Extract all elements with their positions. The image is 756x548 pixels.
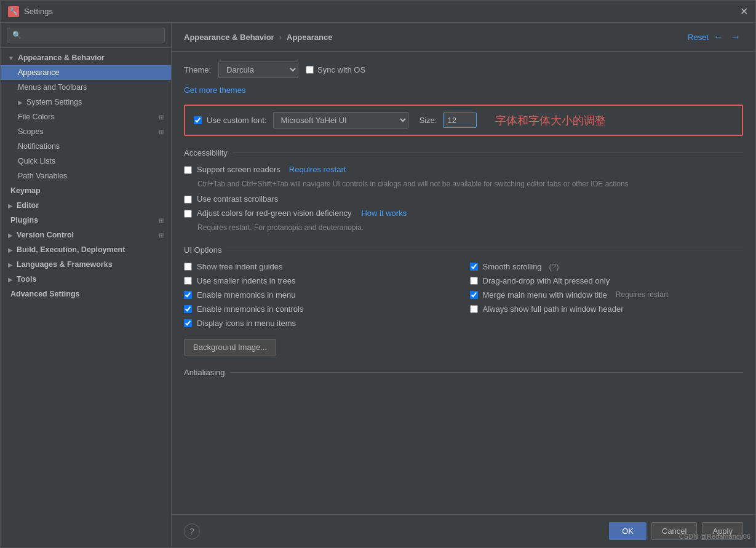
sidebar-item-editor[interactable]: ▶ Editor — [1, 198, 171, 213]
contrast-scrollbars-label: Use contrast scrollbars — [197, 194, 278, 204]
sidebar-item-version-control[interactable]: ▶ Version Control ⊞ — [1, 228, 171, 242]
file-colors-icon: ⊞ — [159, 114, 164, 121]
expand-arrow-vc-icon: ▶ — [8, 232, 13, 239]
show-indent-guides-label: Show tree indent guides — [197, 262, 282, 271]
ui-options-section: UI Options Show tree indent guides Use s… — [184, 245, 743, 355]
custom-font-label[interactable]: Use custom font: — [194, 116, 267, 125]
app-icon: 🔧 — [8, 6, 19, 17]
sync-os-checkbox[interactable] — [306, 66, 314, 74]
display-icons-label: Display icons in menu items — [197, 319, 296, 328]
close-button[interactable]: ✕ — [740, 6, 748, 17]
breadcrumb-separator: › — [279, 33, 282, 42]
drag-drop-checkbox[interactable] — [470, 277, 478, 285]
expand-arrow-system-icon: ▶ — [18, 99, 23, 106]
enable-mnemonics-menu-label: Enable mnemonics in menu — [197, 290, 295, 300]
vc-icon: ⊞ — [159, 232, 164, 239]
enable-mnemonics-controls-row: Enable mnemonics in controls — [184, 304, 458, 314]
drag-drop-label: Drag-and-drop with Alt pressed only — [483, 276, 610, 285]
settings-content: Theme: Darcula IntelliJ Light High Contr… — [172, 52, 755, 514]
breadcrumb-nav: Reset ← → — [688, 30, 743, 44]
expand-arrow-tools-icon: ▶ — [8, 276, 13, 283]
window-title: Settings — [24, 7, 740, 16]
forward-button[interactable]: → — [728, 30, 743, 44]
always-show-path-row: Always show full path in window header — [470, 304, 744, 314]
show-indent-guides-checkbox[interactable] — [184, 263, 192, 271]
watermark: CSDN @Redamancy06 — [679, 533, 750, 540]
sync-os-label[interactable]: Sync with OS — [306, 65, 365, 74]
sidebar-item-appearance[interactable]: Appearance — [1, 65, 171, 80]
sidebar-item-path-variables[interactable]: Path Variables — [1, 169, 171, 183]
size-label: Size: — [420, 116, 437, 125]
sidebar-item-menus-toolbars[interactable]: Menus and Toolbars — [1, 80, 171, 95]
help-button[interactable]: ? — [184, 523, 200, 539]
sidebar-item-notifications[interactable]: Notifications — [1, 139, 171, 154]
always-show-path-checkbox[interactable] — [470, 305, 478, 313]
reset-button[interactable]: Reset — [688, 30, 709, 44]
merge-main-menu-row: Merge main menu with window title Requir… — [470, 290, 744, 300]
expand-arrow-lang-icon: ▶ — [8, 261, 13, 268]
bottom-bar: ? OK Cancel Apply — [172, 514, 755, 547]
sidebar-item-file-colors[interactable]: File Colors ⊞ — [1, 109, 171, 124]
sidebar-item-system-settings[interactable]: ▶ System Settings — [1, 95, 171, 109]
sidebar-item-appearance-behavior[interactable]: ▼ Appearance & Behavior — [1, 50, 171, 65]
back-button[interactable]: ← — [711, 30, 726, 44]
custom-font-box: Use custom font: Microsoft YaHei UI Aria… — [184, 105, 743, 136]
ui-options-grid: Show tree indent guides Use smaller inde… — [184, 262, 743, 333]
sidebar-item-keymap[interactable]: Keymap — [1, 183, 171, 198]
plugins-icon: ⊞ — [159, 217, 164, 224]
sidebar-item-tools[interactable]: ▶ Tools — [1, 272, 171, 287]
always-show-path-label: Always show full path in window header — [483, 304, 624, 314]
color-deficiency-note: Requires restart. For protanopia and deu… — [184, 223, 743, 233]
sidebar-item-scopes[interactable]: Scopes ⊞ — [1, 124, 171, 139]
contrast-scrollbars-row: Use contrast scrollbars — [184, 194, 743, 204]
size-input[interactable]: 12 — [443, 113, 477, 128]
drag-drop-row: Drag-and-drop with Alt pressed only — [470, 276, 744, 285]
background-image-button[interactable]: Background Image... — [184, 339, 276, 355]
smaller-indents-checkbox[interactable] — [184, 277, 192, 285]
smaller-indents-row: Use smaller indents in trees — [184, 276, 458, 285]
accessibility-title: Accessibility — [184, 148, 743, 157]
screen-readers-label: Support screen readers — [197, 165, 281, 174]
sidebar-item-plugins[interactable]: Plugins ⊞ — [1, 213, 171, 228]
theme-row: Theme: Darcula IntelliJ Light High Contr… — [184, 62, 743, 78]
screen-readers-help: Ctrl+Tab and Ctrl+Shift+Tab will navigat… — [184, 179, 743, 189]
smooth-scrolling-label: Smooth scrolling — [483, 262, 542, 271]
breadcrumb-parent: Appearance & Behavior — [184, 33, 274, 42]
search-input[interactable] — [7, 28, 165, 42]
get-themes-link[interactable]: Get more themes — [184, 85, 245, 95]
enable-mnemonics-controls-label: Enable mnemonics in controls — [197, 304, 303, 314]
search-bar — [1, 23, 171, 48]
expand-arrow-editor-icon: ▶ — [8, 202, 13, 209]
color-deficiency-label: Adjust colors for red-green vision defic… — [197, 208, 351, 218]
ok-button[interactable]: OK — [609, 522, 647, 540]
ui-options-title: UI Options — [184, 245, 743, 255]
breadcrumb: Appearance & Behavior › Appearance Reset… — [172, 23, 755, 52]
smooth-scrolling-checkbox[interactable] — [470, 263, 478, 271]
titlebar: 🔧 Settings ✕ — [1, 1, 755, 23]
ui-options-right: Smooth scrolling (?) Drag-and-drop with … — [470, 262, 744, 333]
contrast-scrollbars-checkbox[interactable] — [184, 196, 192, 204]
color-deficiency-checkbox[interactable] — [184, 210, 192, 218]
custom-font-checkbox[interactable] — [194, 116, 202, 124]
sidebar-item-build[interactable]: ▶ Build, Execution, Deployment — [1, 242, 171, 257]
how-it-works-link[interactable]: How it works — [361, 208, 407, 218]
theme-select[interactable]: Darcula IntelliJ Light High Contrast — [218, 62, 298, 78]
theme-label: Theme: — [184, 65, 211, 74]
screen-readers-checkbox[interactable] — [184, 166, 192, 174]
ui-options-left: Show tree indent guides Use smaller inde… — [184, 262, 458, 333]
breadcrumb-current: Appearance — [287, 33, 332, 42]
sidebar-item-quick-lists[interactable]: Quick Lists — [1, 154, 171, 169]
merge-main-menu-checkbox[interactable] — [470, 291, 478, 299]
sidebar-nav: ▼ Appearance & Behavior Appearance Menus… — [1, 48, 171, 547]
right-panel: Appearance & Behavior › Appearance Reset… — [172, 23, 755, 547]
sidebar-item-languages[interactable]: ▶ Languages & Frameworks — [1, 257, 171, 272]
sidebar: ▼ Appearance & Behavior Appearance Menus… — [1, 23, 172, 547]
antialiasing-section: Antialiasing — [184, 368, 743, 377]
font-select[interactable]: Microsoft YaHei UI Arial Segoe UI — [273, 112, 408, 129]
enable-mnemonics-menu-checkbox[interactable] — [184, 291, 192, 299]
enable-mnemonics-controls-checkbox[interactable] — [184, 305, 192, 313]
sidebar-item-advanced[interactable]: Advanced Settings — [1, 287, 171, 301]
expand-arrow-icon: ▼ — [8, 55, 14, 62]
display-icons-checkbox[interactable] — [184, 319, 192, 327]
screen-readers-row: Support screen readers Requires restart — [184, 165, 743, 174]
